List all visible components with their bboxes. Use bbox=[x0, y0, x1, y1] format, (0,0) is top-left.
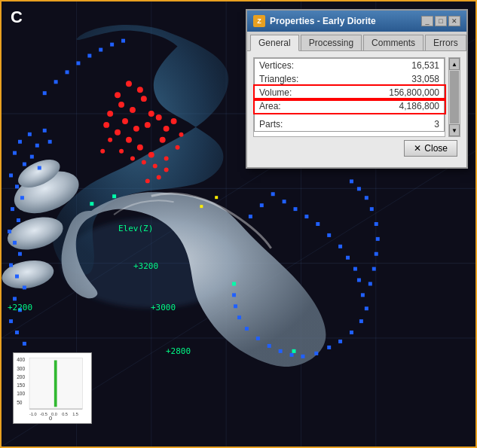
svg-text:200: 200 bbox=[17, 374, 25, 379]
svg-point-36 bbox=[103, 122, 109, 128]
svg-rect-58 bbox=[13, 241, 17, 245]
svg-rect-63 bbox=[13, 297, 17, 300]
svg-text:0: 0 bbox=[49, 415, 52, 422]
svg-rect-104 bbox=[372, 267, 376, 271]
svg-rect-123 bbox=[232, 282, 236, 285]
volume-value: 156,800,000 bbox=[340, 86, 445, 99]
svg-text:-0.5: -0.5 bbox=[40, 412, 47, 416]
svg-point-20 bbox=[118, 102, 124, 108]
svg-rect-106 bbox=[376, 237, 380, 241]
tab-errors[interactable]: Errors bbox=[425, 35, 466, 50]
table-row-vertices: Vertices: 16,531 bbox=[255, 59, 445, 73]
svg-rect-94 bbox=[301, 355, 304, 358]
svg-rect-83 bbox=[338, 245, 342, 248]
svg-point-34 bbox=[164, 126, 170, 132]
svg-point-27 bbox=[156, 114, 162, 120]
scroll-thumb[interactable] bbox=[450, 71, 459, 123]
svg-rect-50 bbox=[13, 151, 17, 155]
tab-comments[interactable]: Comments bbox=[363, 35, 423, 50]
dialog-titlebar: Z Properties - Early Diorite _ □ ✕ bbox=[247, 11, 466, 32]
svg-rect-88 bbox=[365, 306, 368, 310]
table-row-triangles: Triangles: 33,058 bbox=[255, 72, 445, 86]
minimize-button[interactable]: _ bbox=[421, 16, 433, 26]
svg-rect-122 bbox=[292, 349, 296, 353]
svg-rect-120 bbox=[112, 194, 116, 198]
elevation-2200-label: +2200 bbox=[8, 303, 32, 312]
properties-dialog: Z Properties - Early Diorite _ □ ✕ Gener… bbox=[246, 9, 468, 169]
svg-rect-95 bbox=[290, 353, 294, 357]
table-row-parts: Parts: 3 bbox=[255, 117, 445, 132]
dialog-app-icon: Z bbox=[253, 15, 265, 27]
svg-rect-79 bbox=[294, 207, 298, 211]
svg-point-47 bbox=[145, 178, 150, 183]
props-table-wrapper: Vertices: 16,531 Triangles: 33,058 Volum… bbox=[253, 57, 445, 137]
restore-button[interactable]: □ bbox=[435, 16, 447, 26]
svg-rect-109 bbox=[365, 196, 368, 200]
elevation-3200-label: +3200 bbox=[133, 261, 158, 271]
svg-rect-89 bbox=[359, 319, 363, 323]
svg-point-25 bbox=[133, 126, 139, 132]
svg-point-44 bbox=[179, 133, 184, 137]
tab-general[interactable]: General bbox=[250, 35, 299, 51]
svg-rect-114 bbox=[66, 70, 69, 74]
svg-rect-117 bbox=[99, 48, 102, 52]
svg-point-18 bbox=[126, 81, 132, 87]
svg-rect-96 bbox=[279, 349, 283, 353]
svg-text:400: 400 bbox=[17, 357, 25, 362]
dialog-title-label: Properties - Early Diorite bbox=[270, 16, 376, 26]
parts-value: 3 bbox=[340, 117, 445, 132]
svg-rect-78 bbox=[283, 200, 286, 203]
svg-rect-103 bbox=[368, 282, 372, 285]
svg-point-22 bbox=[141, 96, 147, 102]
svg-point-37 bbox=[108, 138, 112, 142]
svg-rect-65 bbox=[9, 319, 13, 323]
properties-table: Vertices: 16,531 Triangles: 33,058 Volum… bbox=[254, 58, 445, 132]
svg-point-39 bbox=[130, 157, 135, 161]
scroll-up-arrow[interactable]: ▲ bbox=[449, 58, 460, 70]
svg-rect-75 bbox=[249, 215, 252, 218]
svg-point-45 bbox=[100, 149, 105, 154]
svg-text:100: 100 bbox=[17, 391, 25, 396]
svg-rect-86 bbox=[357, 279, 361, 282]
svg-text:150: 150 bbox=[17, 382, 25, 388]
svg-point-31 bbox=[137, 145, 143, 151]
elevation-axis-label: Elev(Z) bbox=[118, 224, 153, 233]
close-button[interactable]: ✕ Close bbox=[404, 140, 457, 157]
svg-rect-113 bbox=[54, 80, 58, 84]
svg-point-43 bbox=[176, 145, 180, 150]
svg-rect-93 bbox=[314, 352, 318, 355]
svg-rect-91 bbox=[338, 340, 342, 343]
svg-point-19 bbox=[137, 87, 143, 93]
svg-rect-60 bbox=[9, 264, 13, 267]
svg-point-28 bbox=[107, 111, 113, 117]
svg-rect-107 bbox=[375, 222, 378, 226]
svg-rect-56 bbox=[17, 218, 20, 222]
svg-point-40 bbox=[142, 160, 146, 165]
elevation-3000-label: +3000 bbox=[151, 303, 176, 312]
svg-rect-49 bbox=[18, 140, 22, 144]
svg-rect-80 bbox=[304, 215, 308, 218]
svg-rect-133 bbox=[54, 360, 57, 407]
parts-label: Parts: bbox=[255, 117, 340, 132]
tab-processing[interactable]: Processing bbox=[301, 35, 362, 50]
svg-rect-74 bbox=[48, 140, 52, 144]
close-button-area: ✕ Close bbox=[253, 137, 460, 161]
svg-rect-54 bbox=[20, 196, 24, 200]
svg-point-23 bbox=[148, 111, 154, 117]
scroll-down-arrow[interactable]: ▼ bbox=[449, 124, 460, 136]
svg-rect-102 bbox=[232, 293, 236, 297]
svg-point-35 bbox=[171, 118, 177, 124]
close-window-button[interactable]: ✕ bbox=[448, 16, 460, 26]
main-viewport: C Elev(Z) +3200 +3000 +2800 +2200 400 30… bbox=[0, 0, 477, 448]
properties-scrollbar[interactable]: ▲ ▼ bbox=[448, 57, 460, 137]
svg-text:0.0: 0.0 bbox=[51, 412, 57, 416]
dialog-content: Vertices: 16,531 Triangles: 33,058 Volum… bbox=[247, 51, 466, 167]
dialog-controls: _ □ ✕ bbox=[421, 16, 460, 26]
svg-rect-69 bbox=[28, 133, 32, 136]
svg-rect-121 bbox=[90, 202, 93, 206]
svg-text:1.5: 1.5 bbox=[72, 412, 78, 416]
svg-point-32 bbox=[148, 152, 154, 158]
vertices-value: 16,531 bbox=[340, 59, 445, 73]
svg-rect-112 bbox=[43, 91, 47, 95]
svg-rect-101 bbox=[234, 304, 237, 308]
